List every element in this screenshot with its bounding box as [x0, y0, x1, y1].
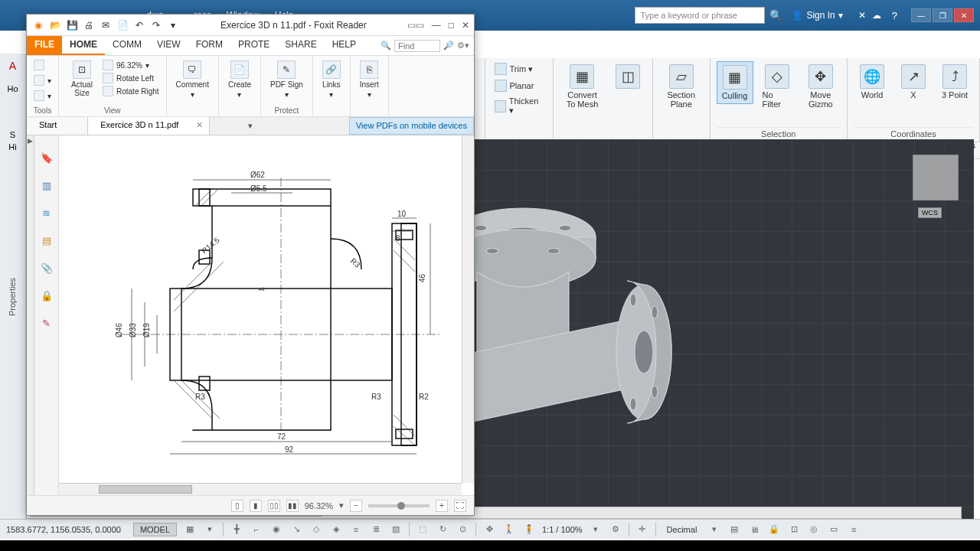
find-settings-icon[interactable]: ⚙▾ [457, 41, 469, 51]
tab-comment[interactable]: COMM [105, 36, 149, 55]
otrack-icon[interactable]: ≡ [349, 523, 363, 536]
walk-icon[interactable]: 🚶 [502, 523, 516, 536]
foxit-logo-icon[interactable]: ◉ [31, 18, 45, 32]
snapshot-button[interactable]: ▾ [33, 90, 52, 102]
zoom-in-button[interactable]: + [436, 500, 448, 512]
foxit-close-button[interactable]: ✕ [462, 20, 469, 31]
3dosnap-icon[interactable]: ◈ [329, 523, 343, 536]
sign-in-button[interactable]: 👤Sign In▾ [792, 10, 842, 21]
viewmode-contfacing-icon[interactable]: ▮▮ [286, 500, 299, 512]
x-button[interactable]: ↗X [895, 61, 932, 103]
tab-home[interactable]: HOME [62, 36, 105, 55]
doc-icon[interactable]: 📄 [116, 18, 129, 32]
find-go-icon[interactable]: 🔎 [443, 41, 454, 51]
print-icon[interactable]: 🖨 [82, 18, 96, 32]
monitor-icon[interactable]: 🖥 [747, 523, 761, 536]
security-icon[interactable]: 🔒 [40, 289, 54, 302]
tab-view[interactable]: VIEW [149, 36, 188, 55]
tab-form[interactable]: FORM [188, 36, 230, 55]
tab-share[interactable]: SHARE [277, 36, 324, 55]
cycling-icon[interactable]: ↻ [436, 523, 449, 536]
dynucs-icon[interactable]: ⊙ [456, 523, 469, 536]
annotation-scale[interactable]: 1:1 / 100% [542, 525, 583, 534]
convert-to-mesh-button[interactable]: ▦Convert To Mesh [560, 61, 605, 112]
qat-dropdown-icon[interactable]: ▾ [166, 18, 180, 32]
email-icon[interactable]: ✉ [99, 18, 113, 32]
iso-icon[interactable]: ↘ [289, 523, 303, 536]
planar-button[interactable]: Planar [492, 78, 537, 93]
model-button[interactable]: MODEL [133, 523, 177, 536]
page-vertical-scrollbar[interactable] [462, 135, 474, 483]
thicken-button[interactable]: Thicken ▾ [492, 95, 547, 117]
tab-protect[interactable]: PROTE [230, 36, 277, 55]
zoom-out-button[interactable]: − [350, 500, 362, 512]
move-gizmo-button[interactable]: ✥Move Gizmo [801, 61, 841, 112]
layers-icon[interactable]: ≋ [40, 206, 54, 220]
bookmark-icon[interactable]: 🔖 [40, 151, 54, 165]
nav-collapse-button[interactable]: ▶ [27, 135, 34, 495]
polar-icon[interactable]: ◉ [270, 523, 283, 536]
close-button[interactable]: ✕ [954, 8, 974, 22]
no-filter-button[interactable]: ◇No Filter [758, 61, 796, 112]
viewmode-single-icon[interactable]: ▯ [231, 500, 243, 512]
custom-icon[interactable]: ≡ [847, 523, 861, 536]
binoculars-icon[interactable]: 🔍 [769, 9, 782, 21]
three-point-button[interactable]: ⤴3 Point [936, 61, 973, 103]
create-button[interactable]: 📄Create▾ [225, 59, 254, 100]
cursor2-icon[interactable]: ✛ [635, 523, 649, 536]
fullscreen-button[interactable]: ⛶ [454, 500, 466, 512]
sc-icon[interactable]: ⬚ [416, 523, 430, 536]
hand-tool-button[interactable] [33, 59, 45, 71]
foxit-page-view[interactable]: Ø62 Ø5.5 R14.5 R3 Ø46 Ø33 Ø19 10 8 46 72… [59, 135, 474, 495]
doc-tab-file[interactable]: Exercice 3D n 11.pdf✕ [88, 117, 210, 135]
clean-icon[interactable]: ▭ [827, 523, 841, 536]
units-button[interactable]: Decimal [662, 523, 702, 536]
viewcube[interactable] [913, 155, 959, 201]
pages-icon[interactable]: ▥ [40, 178, 54, 192]
insert-button[interactable]: ⎘Insert▾ [357, 59, 382, 100]
mobile-tip-banner[interactable]: View PDFs on mobile devices [349, 117, 474, 135]
viewmode-continuous-icon[interactable]: ▮ [250, 500, 262, 512]
walk2-icon[interactable]: 🧍 [522, 523, 536, 536]
open-icon[interactable]: 📂 [48, 18, 62, 32]
rotate-left-button[interactable]: Rotate Left [102, 72, 160, 84]
attachments-icon[interactable]: 📎 [40, 261, 54, 275]
save-icon[interactable]: 💾 [65, 18, 79, 32]
find-input[interactable] [394, 40, 440, 52]
gear-icon[interactable]: ⚙ [609, 523, 622, 536]
minimize-button[interactable]: — [911, 8, 931, 22]
maximize-button[interactable]: ❐ [933, 8, 952, 22]
signatures-icon[interactable]: ✎ [40, 316, 54, 330]
transparency-icon[interactable]: ▨ [389, 523, 403, 536]
foxit-minimize-button[interactable]: — [432, 20, 441, 31]
redo-icon[interactable]: ↷ [149, 18, 163, 32]
page-horizontal-scrollbar[interactable] [59, 483, 462, 495]
search-icon[interactable]: 🔍 [381, 41, 391, 51]
lineweight-icon[interactable]: ≣ [369, 523, 383, 536]
links-button[interactable]: 🔗Links▾ [319, 59, 344, 100]
properties-tab[interactable]: Properties [8, 278, 18, 316]
comment-button[interactable]: 🗨Comment▾ [173, 59, 212, 100]
close-tab-icon[interactable]: ✕ [196, 120, 203, 130]
grid-icon[interactable]: ▦ [183, 523, 197, 536]
autocad-search-input[interactable]: Type a keyword or phrase [635, 7, 765, 24]
autocad-logo-icon[interactable]: A [9, 60, 16, 72]
isolate-icon[interactable]: ◎ [807, 523, 821, 536]
grid-dropdown-icon[interactable]: ▾ [203, 523, 217, 536]
section-plane-button[interactable]: ▱Section Plane [659, 61, 704, 112]
lock-icon[interactable]: 🔒 [767, 523, 781, 536]
viewmode-facing-icon[interactable]: ▯▯ [268, 500, 280, 512]
gizmo-status-icon[interactable]: ✥ [482, 523, 496, 536]
undo-icon[interactable]: ↶ [132, 18, 146, 32]
snap-icon[interactable]: ╋ [230, 523, 243, 536]
ribbon-mode-icon[interactable]: ▭▭ [407, 20, 424, 31]
ortho-icon[interactable]: ⌐ [250, 523, 263, 536]
rotate-right-button[interactable]: Rotate Right [102, 85, 160, 97]
osnap-icon[interactable]: ◇ [309, 523, 323, 536]
select-text-button[interactable]: ▾ [33, 74, 52, 86]
doc-tab-start[interactable]: Start [27, 117, 88, 135]
quickprops-icon[interactable]: ▤ [727, 523, 741, 536]
cloud-icon[interactable]: ☁ [872, 10, 881, 21]
foxit-maximize-button[interactable]: □ [449, 20, 454, 31]
tab-help[interactable]: HELP [325, 36, 364, 55]
